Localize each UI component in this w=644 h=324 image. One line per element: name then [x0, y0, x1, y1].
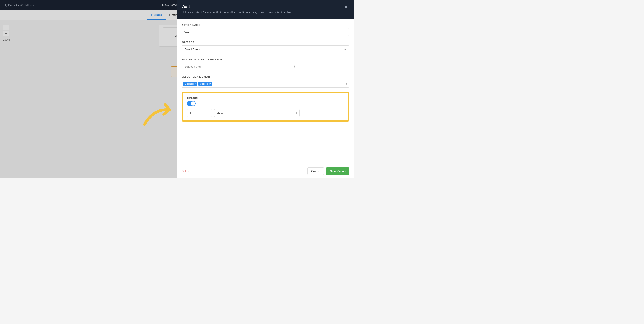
wait-for-value: Email Event [184, 48, 200, 51]
wait-action-panel: Wait Holds a contact for a specific time… [176, 0, 354, 178]
panel-description: Holds a contact for a specific time, unt… [182, 11, 292, 14]
timeout-unit-select[interactable]: days ▲▼ [214, 109, 300, 117]
timeout-highlight: TIMEOUT days ▲▼ [182, 92, 349, 122]
pick-step-placeholder: Select a step [184, 65, 202, 68]
chevron-down-icon [344, 48, 346, 51]
tag-clicked: Clicked [198, 82, 212, 86]
close-button[interactable] [344, 4, 348, 10]
pick-step-label: PICK EMAIL STEP TO WAIT FOR [182, 58, 349, 61]
close-icon [344, 5, 348, 9]
timeout-label: TIMEOUT [187, 96, 344, 99]
cancel-button[interactable]: Cancel [307, 167, 324, 175]
tag-opened: Opened [183, 82, 198, 86]
stepper-icon: ▲▼ [294, 65, 295, 68]
timeout-toggle[interactable] [187, 101, 196, 106]
action-name-input[interactable] [182, 28, 349, 36]
panel-title: Wait [182, 4, 292, 9]
delete-button[interactable]: Delete [182, 169, 190, 173]
email-event-select[interactable]: Opened Clicked ▲▼ [182, 80, 349, 88]
save-action-button[interactable]: Save Action [326, 167, 349, 175]
stepper-icon: ▲▼ [346, 83, 347, 85]
timeout-value-input[interactable] [187, 109, 212, 117]
timeout-unit-value: days [217, 111, 223, 115]
wait-for-label: WAIT FOR [182, 41, 349, 44]
select-event-label: SELECT EMAIL EVENT [182, 75, 349, 78]
tag-opened-remove[interactable] [195, 83, 196, 85]
pick-step-select[interactable]: Select a step ▲▼ [182, 63, 297, 70]
toggle-knob [191, 101, 195, 106]
wait-for-select[interactable]: Email Event [182, 45, 349, 53]
action-name-label: ACTION NAME [182, 24, 349, 26]
tag-clicked-remove[interactable] [209, 83, 211, 85]
stepper-icon: ▲▼ [296, 112, 298, 114]
